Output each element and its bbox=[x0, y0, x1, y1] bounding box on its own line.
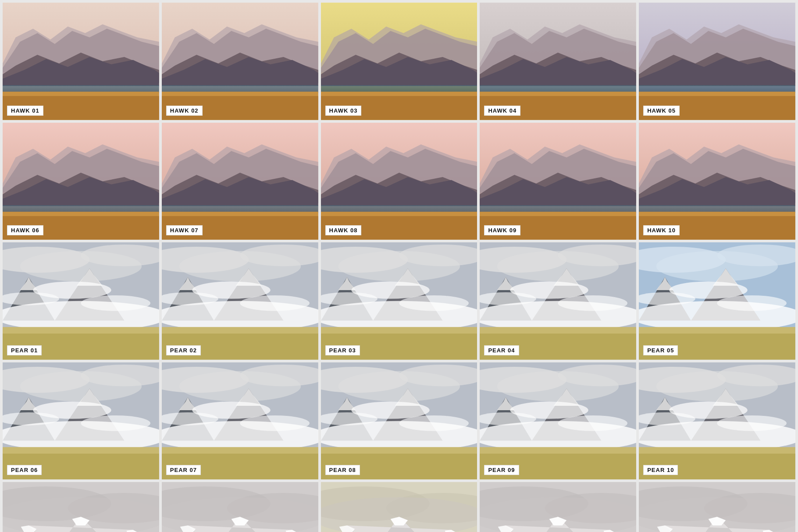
preset-label-hawk-03: HAWK 03 bbox=[325, 106, 362, 116]
preset-cell-pear-01[interactable]: PEAR 01 bbox=[3, 242, 159, 360]
preset-cell-hawk-10[interactable]: HAWK 10 bbox=[639, 123, 795, 240]
preset-label-pear-04: PEAR 04 bbox=[484, 345, 519, 355]
svg-point-119 bbox=[321, 301, 477, 331]
svg-point-111 bbox=[338, 251, 460, 281]
svg-point-105 bbox=[162, 301, 318, 331]
svg-point-97 bbox=[179, 251, 301, 281]
preset-cell-hawk-06[interactable]: HAWK 06 bbox=[3, 123, 159, 240]
preset-cell-hawk-02[interactable]: HAWK 02 bbox=[162, 3, 318, 120]
svg-point-209 bbox=[656, 371, 778, 401]
svg-point-161 bbox=[3, 421, 159, 451]
preset-label-hawk-04: HAWK 04 bbox=[484, 106, 520, 116]
preset-label-hawk-07: HAWK 07 bbox=[166, 225, 203, 235]
preset-label-hawk-06: HAWK 06 bbox=[7, 225, 43, 235]
svg-point-133 bbox=[480, 301, 636, 331]
svg-point-175 bbox=[162, 421, 318, 451]
preset-label-pear-02: PEAR 02 bbox=[166, 345, 201, 355]
preset-cell-shoji-01[interactable]: SHOJI 01 bbox=[3, 482, 159, 532]
preset-label-hawk-09: HAWK 09 bbox=[484, 225, 520, 235]
preset-label-pear-03: PEAR 03 bbox=[325, 345, 360, 355]
svg-point-147 bbox=[639, 301, 795, 331]
preset-cell-pear-08[interactable]: PEAR 08 bbox=[321, 362, 477, 480]
preset-cell-shoji-03[interactable]: SHOJI 03 bbox=[321, 482, 477, 532]
preset-label-hawk-10: HAWK 10 bbox=[643, 225, 680, 235]
preset-cell-shoji-05[interactable]: SHoJI 05 bbox=[639, 482, 795, 532]
preset-cell-shoji-04[interactable]: SHOJI 04 bbox=[480, 482, 636, 532]
preset-label-pear-09: PEAR 09 bbox=[484, 465, 519, 475]
preset-cell-pear-09[interactable]: PEAR 09 bbox=[480, 362, 636, 480]
preset-cell-hawk-08[interactable]: HAWK 08 bbox=[321, 123, 477, 240]
svg-point-181 bbox=[338, 371, 460, 401]
svg-point-125 bbox=[497, 251, 619, 281]
svg-point-91 bbox=[3, 301, 159, 331]
preset-label-pear-08: PEAR 08 bbox=[325, 465, 360, 475]
preset-cell-hawk-05[interactable]: HAWK 05 bbox=[639, 3, 795, 120]
svg-point-203 bbox=[480, 421, 636, 451]
preset-cell-hawk-04[interactable]: HAWK 04 bbox=[480, 3, 636, 120]
preset-label-hawk-05: HAWK 05 bbox=[643, 106, 680, 116]
preset-label-hawk-08: HAWK 08 bbox=[325, 225, 362, 235]
preset-label-pear-10: PEAR 10 bbox=[643, 465, 678, 475]
svg-point-189 bbox=[321, 421, 477, 451]
preset-label-pear-06: PEAR 06 bbox=[7, 465, 42, 475]
preset-cell-pear-03[interactable]: PEAR 03 bbox=[321, 242, 477, 360]
preset-label-hawk-01: HAWK 01 bbox=[7, 106, 43, 116]
preset-label-pear-01: PEAR 01 bbox=[7, 345, 42, 355]
preset-cell-hawk-07[interactable]: HAWK 07 bbox=[162, 123, 318, 240]
preset-cell-pear-07[interactable]: PEAR 07 bbox=[162, 362, 318, 480]
preset-cell-hawk-09[interactable]: HAWK 09 bbox=[480, 123, 636, 240]
preset-cell-hawk-01[interactable]: HAWK 01 bbox=[3, 3, 159, 120]
svg-point-139 bbox=[656, 251, 778, 281]
preset-label-pear-07: PEAR 07 bbox=[166, 465, 201, 475]
svg-point-195 bbox=[497, 371, 619, 401]
preset-cell-pear-10[interactable]: PEAR 10 bbox=[639, 362, 795, 480]
svg-point-167 bbox=[179, 371, 301, 401]
svg-point-83 bbox=[20, 251, 142, 281]
preset-cell-pear-05[interactable]: PEAR 05 bbox=[639, 242, 795, 360]
preset-cell-shoji-02[interactable]: SHOJI 02 bbox=[162, 482, 318, 532]
preset-cell-pear-02[interactable]: PEAR 02 bbox=[162, 242, 318, 360]
preset-label-hawk-02: HAWK 02 bbox=[166, 106, 203, 116]
preset-label-pear-05: PEAR 05 bbox=[643, 345, 678, 355]
preset-cell-pear-04[interactable]: PEAR 04 bbox=[480, 242, 636, 360]
svg-point-153 bbox=[20, 371, 142, 401]
svg-point-217 bbox=[639, 421, 795, 451]
preset-cell-hawk-03[interactable]: HAWK 03 bbox=[321, 3, 477, 120]
preset-cell-pear-06[interactable]: PEAR 06 bbox=[3, 362, 159, 480]
preset-grid: HAWK 01 HAWK 02 bbox=[0, 0, 798, 532]
